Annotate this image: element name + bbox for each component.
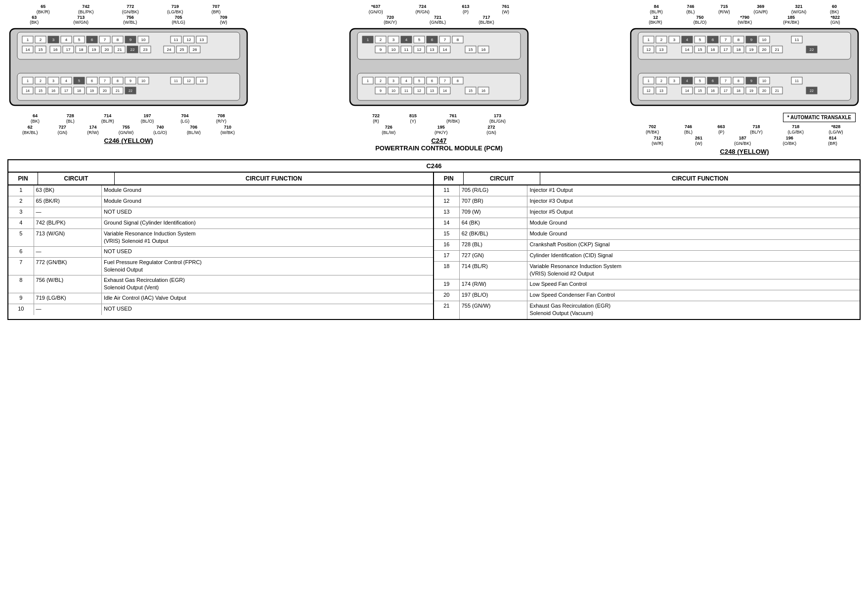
svg-text:6: 6: [431, 38, 434, 42]
svg-text:14: 14: [26, 47, 30, 52]
cell-circuit-14: 64 (BK): [460, 218, 528, 228]
svg-text:14: 14: [685, 47, 690, 52]
svg-text:7: 7: [444, 79, 446, 83]
cell-function-2: Module Ground: [102, 196, 433, 207]
svg-text:12: 12: [647, 47, 651, 52]
table-row: 5 713 (W/GN) Variable Resonance Inductio…: [8, 229, 433, 247]
wire-label-712-bot: 712 (W/R): [651, 136, 663, 146]
svg-text:3: 3: [52, 38, 55, 42]
svg-text:12: 12: [417, 47, 422, 52]
table-row: 7 772 (GN/BK) Fuel Pressure Regulator Co…: [8, 258, 433, 275]
svg-text:19: 19: [90, 89, 94, 92]
cell-function-14: Module Ground: [527, 218, 860, 228]
svg-text:6: 6: [91, 79, 93, 83]
svg-text:11: 11: [174, 38, 178, 42]
wire-label-187-bot: 187 (GN/BK): [734, 136, 751, 146]
wire-label-722-bot: 722 (R): [372, 113, 380, 124]
cell-pin-3: 3: [8, 207, 34, 218]
table-row: 14 64 (BK) Module Ground: [434, 218, 860, 229]
table-header: C246: [8, 160, 860, 173]
cell-circuit-11: 705 (R/LG): [460, 185, 528, 196]
table-right-col: 11 705 (R/LG) Injector #1 Output 12 707 …: [434, 185, 860, 319]
cell-function-19: Low Speed Fan Control: [527, 279, 860, 290]
col-head-circuit-right: CIRCUIT: [464, 173, 540, 184]
c247-title: C247: [431, 137, 446, 144]
svg-text:4: 4: [405, 38, 408, 42]
table-row: 13 709 (W) Injector #5 Output: [434, 207, 860, 218]
cell-circuit-19: 174 (R/W): [460, 279, 528, 290]
c246-table: C246 PIN CIRCUIT CIRCUIT FUNCTION PIN CI…: [7, 159, 861, 320]
wire-label-721: 721 (GN/BL): [430, 15, 446, 26]
svg-text:19: 19: [749, 89, 753, 92]
svg-text:5: 5: [78, 79, 80, 83]
svg-text:2: 2: [40, 38, 42, 42]
c246-svg: 1 2 3 4 5 6 7 8 9 10: [7, 26, 250, 113]
wire-label-65: 65 (BK/R): [37, 4, 50, 15]
svg-text:11: 11: [404, 47, 409, 52]
table-row: 15 62 (BK/BL) Module Ground: [434, 229, 860, 240]
wire-label-613: 613 (P): [462, 4, 470, 15]
svg-text:10: 10: [762, 38, 767, 42]
table-row: 19 174 (R/W) Low Speed Fan Control: [434, 279, 860, 290]
svg-text:3: 3: [673, 38, 676, 42]
cell-function-6: NOT USED: [102, 247, 433, 257]
svg-text:9: 9: [750, 79, 752, 83]
wire-label-704-bot: 704 (LG): [180, 113, 189, 124]
wire-label-713: 713 (W/GN): [73, 15, 88, 26]
table-row: 10 — NOT USED: [8, 304, 433, 315]
wire-label-828-bot: *828 (LG/W): [829, 124, 843, 135]
svg-text:15: 15: [469, 89, 473, 92]
cell-pin-21: 21: [434, 301, 460, 319]
wire-label-756: 756 (W/BL): [123, 15, 137, 26]
svg-text:20: 20: [105, 47, 109, 52]
svg-text:21: 21: [116, 89, 120, 92]
svg-text:1: 1: [367, 38, 369, 42]
svg-text:5: 5: [699, 38, 701, 42]
svg-text:4: 4: [405, 79, 407, 83]
svg-text:10: 10: [391, 89, 395, 92]
table-row: 1 63 (BK) Module Ground: [8, 185, 433, 196]
table-row: 3 — NOT USED: [8, 207, 433, 218]
wire-label-746: 746 (BL): [687, 4, 695, 15]
cell-circuit-5: 713 (W/GN): [34, 229, 102, 246]
wire-label-706-bot: 706 (BL/W): [187, 125, 201, 136]
cell-circuit-13: 709 (W): [460, 207, 528, 218]
wire-label-60: 60 (BK): [830, 4, 839, 15]
svg-text:8: 8: [117, 79, 119, 83]
wire-label-724: 724 (R/GN): [415, 4, 430, 15]
svg-text:17: 17: [724, 47, 728, 52]
svg-text:16: 16: [51, 89, 55, 92]
svg-text:1: 1: [27, 79, 29, 83]
wire-label-12: 12 (BK/R): [649, 15, 662, 26]
wire-label-62-bot: 62 (BK/BL): [22, 125, 38, 136]
cell-pin-8: 8: [8, 275, 34, 293]
wire-label-746-bot: 746 (BL): [684, 124, 693, 135]
svg-text:17: 17: [66, 47, 71, 52]
svg-text:11: 11: [795, 79, 799, 83]
svg-text:7: 7: [725, 79, 727, 83]
cell-function-12: Injector #3 Output: [527, 196, 860, 207]
svg-text:21: 21: [775, 89, 779, 92]
cell-function-11: Injector #1 Output: [527, 185, 860, 196]
svg-text:16: 16: [711, 47, 715, 52]
wire-label-714-bot: 714 (BL/R): [101, 113, 114, 124]
svg-text:14: 14: [443, 89, 447, 92]
svg-text:1: 1: [367, 79, 369, 83]
svg-text:14: 14: [26, 89, 30, 92]
svg-text:16: 16: [481, 89, 485, 92]
wire-label-196-bot: 196 (O/BK): [783, 136, 797, 146]
wire-label-740-bot: 740 (LG/O): [153, 125, 167, 136]
svg-text:9: 9: [130, 79, 131, 83]
cell-function-9: Idle Air Control (IAC) Valve Output: [102, 293, 433, 304]
svg-text:3: 3: [673, 79, 675, 83]
cell-function-3: NOT USED: [102, 207, 433, 218]
wire-label-705: 705 (R/LG): [172, 15, 185, 26]
cell-function-18: Variable Resonance Induction System (VRI…: [527, 262, 860, 279]
svg-text:12: 12: [187, 38, 191, 42]
auto-transaxle-note: * AUTOMATIC TRANSAXLE: [783, 113, 856, 122]
cell-pin-9: 9: [8, 293, 34, 304]
cell-pin-19: 19: [434, 279, 460, 290]
svg-text:5: 5: [78, 38, 81, 42]
svg-text:9: 9: [130, 38, 132, 42]
svg-text:8: 8: [457, 38, 459, 42]
